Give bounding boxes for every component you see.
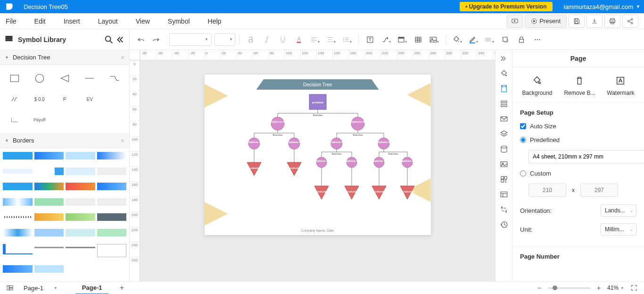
theme-panel-button[interactable] [497,112,511,126]
border-swatch[interactable] [3,244,33,254]
border-swatch[interactable] [3,169,33,174]
more-tools-button[interactable] [530,32,545,47]
decision-tree-diagram[interactable]: Branches problem Options A Options B Bra… [219,92,417,224]
arrange-panel-button[interactable] [497,203,511,216]
layers-panel-button[interactable] [497,127,511,141]
collapse-panel-icon[interactable] [114,34,124,45]
border-swatch[interactable] [34,183,64,190]
user-account-menu[interactable]: iammurtaza4@gmail.com ▼ [564,3,641,10]
connector-button[interactable]: ▼ [379,32,394,47]
accordion-decision-tree[interactable]: ▼ Decision Tree × [0,50,129,65]
border-swatch[interactable] [3,152,33,160]
table-button[interactable] [411,32,426,47]
shape-simulation[interactable] [2,109,27,130]
border-swatch[interactable] [97,183,127,190]
diagram-title-banner[interactable]: Decision Tree [256,79,379,90]
menu-view[interactable]: View [136,16,157,27]
background-action[interactable]: Background [522,76,552,96]
app-logo[interactable] [4,1,15,12]
upgrade-button[interactable]: • Upgrade to Premium Version [460,2,552,11]
canvas-viewport[interactable]: Decision Tree Company Name. Date Branche… [140,60,495,281]
border-swatch[interactable] [66,168,95,175]
watermark-action[interactable]: Watermark [607,76,634,96]
accordion-borders[interactable]: ▼ Borders × [0,133,129,148]
height-input[interactable] [580,184,618,197]
font-color-button[interactable] [291,32,306,47]
share-button[interactable] [622,15,638,28]
italic-button[interactable] [259,32,274,47]
border-swatch[interactable] [97,229,127,236]
page-list-button[interactable] [5,283,15,293]
auto-size-label[interactable]: Auto Size [530,123,556,130]
border-swatch[interactable] [66,213,95,221]
border-swatch[interactable] [97,168,127,175]
border-swatch[interactable] [66,152,95,160]
add-page-button[interactable]: + [117,283,126,293]
redo-button[interactable] [149,32,164,47]
fill-color-button[interactable]: ▼ [450,32,465,47]
shapes-panel-button[interactable] [497,97,511,110]
bold-button[interactable] [243,32,258,47]
shape-circle[interactable] [27,68,52,89]
fill-panel-button[interactable] [497,67,511,80]
page-tab-active[interactable]: Page-1 [75,282,109,294]
shape-payoff[interactable]: Payoff [27,109,52,130]
data-panel-button[interactable] [497,143,511,156]
border-swatch[interactable] [34,229,64,236]
fullscreen-button[interactable] [629,283,639,293]
line-color-button[interactable]: ▼ [466,32,481,47]
border-swatch[interactable] [34,265,64,273]
border-swatch[interactable] [66,198,95,206]
shape-ev[interactable]: EV [77,89,102,109]
slideshow-preview-button[interactable] [507,15,523,28]
close-section-icon[interactable]: × [121,54,124,61]
history-panel-button[interactable] [497,218,511,231]
remove-bg-action[interactable]: Remove B... [564,76,595,96]
border-swatch[interactable] [97,198,127,206]
menu-file[interactable]: File [6,16,24,27]
save-button[interactable] [569,15,585,28]
document-title[interactable]: Decision Tree05 [24,3,68,10]
zoom-out-button[interactable]: − [536,284,543,292]
menu-edit[interactable]: Edit [34,16,53,27]
menu-help[interactable]: Help [208,16,229,27]
close-section-icon[interactable]: × [121,137,124,144]
print-button[interactable] [604,15,620,28]
container-button[interactable]: ▼ [395,32,410,47]
border-swatch[interactable] [34,152,64,160]
border-swatch[interactable] [3,265,33,273]
border-swatch[interactable] [66,247,95,248]
text-tool-button[interactable] [363,32,378,47]
page-panel-button[interactable] [497,82,511,95]
present-button[interactable]: Present [525,15,567,28]
border-swatch[interactable] [97,244,127,257]
shape-double-slash[interactable] [2,89,27,109]
shape-line[interactable] [77,68,102,89]
zoom-slider[interactable] [548,287,590,289]
border-swatch[interactable] [34,198,64,206]
page-canvas[interactable]: Decision Tree Company Name. Date Branche… [205,75,431,235]
menu-symbol[interactable]: Symbol [168,16,198,27]
font-family-select[interactable]: ▼ [169,34,212,46]
menu-layout[interactable]: Layout [98,16,125,27]
expand-strip-button[interactable] [497,52,511,65]
predefined-radio[interactable] [520,137,526,143]
underline-button[interactable] [275,32,290,47]
align-left-button[interactable]: ▼ [307,32,322,47]
page-dropdown[interactable]: Page-1 ▼ [20,285,61,292]
border-swatch[interactable] [97,213,127,221]
undo-button[interactable] [133,32,149,47]
border-swatch[interactable] [66,229,95,236]
orientation-select[interactable]: Lands... ⌄ [601,204,636,217]
search-icon[interactable] [104,34,114,45]
border-swatch[interactable] [3,216,33,218]
diagram-footer[interactable]: Company Name. Date [301,229,334,232]
v-align-button[interactable]: ▼ [323,32,339,47]
border-swatch[interactable] [66,183,95,190]
image-panel-button[interactable] [497,158,511,171]
shape-money[interactable]: $ 0.0 [27,89,52,109]
bullets-button[interactable]: ▼ [339,32,355,47]
border-swatch[interactable] [97,152,127,160]
shape-triangle[interactable] [52,68,77,89]
width-input[interactable] [528,184,566,197]
